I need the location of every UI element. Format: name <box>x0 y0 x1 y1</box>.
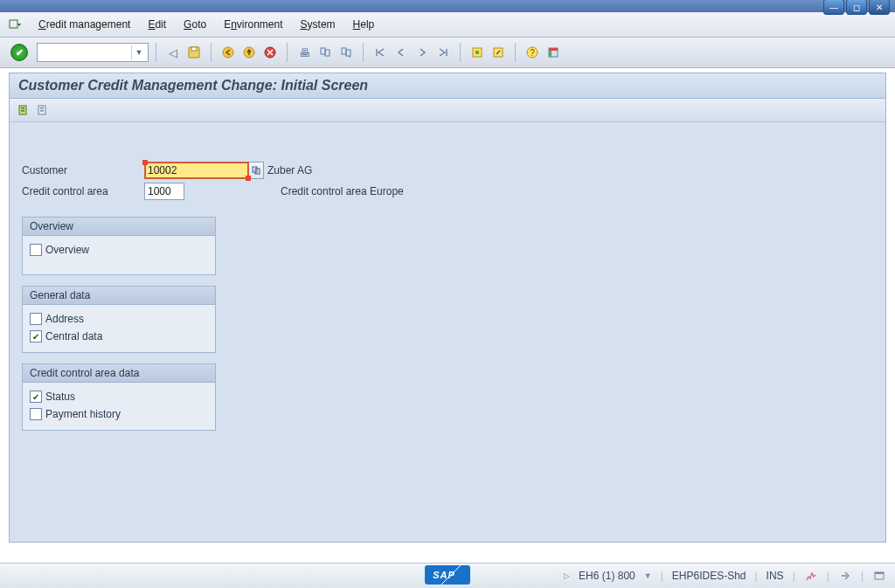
cancel-icon[interactable] <box>260 43 280 62</box>
customer-f4-button[interactable] <box>249 162 264 179</box>
status-server: EHP6IDES-Shd <box>672 570 746 582</box>
customer-input[interactable]: 10002 <box>144 162 249 179</box>
svg-rect-0 <box>10 20 17 28</box>
svg-rect-8 <box>342 48 346 54</box>
group-overview-title: Overview <box>23 218 215 236</box>
svg-rect-9 <box>346 50 350 56</box>
status-bar: SAP ▷ EH6 (1) 800 ▼ | EHP6IDES-Shd | INS… <box>0 563 895 588</box>
svg-rect-6 <box>321 48 325 54</box>
exit-nav-icon[interactable] <box>239 43 259 62</box>
svg-rect-19 <box>21 110 24 112</box>
status-system: EH6 (1) 800 <box>579 570 635 582</box>
maximize-button[interactable]: ◻ <box>846 0 867 15</box>
admin-data-icon[interactable] <box>17 103 31 117</box>
menu-label: vironment <box>237 18 283 31</box>
create-session-icon[interactable] <box>468 43 487 62</box>
checkbox-label: Overview <box>45 244 89 256</box>
checkbox-address[interactable] <box>30 313 42 325</box>
body-area: Customer 10002 Zuber AG Credit control a… <box>10 122 885 542</box>
svg-rect-26 <box>875 572 884 574</box>
svg-rect-18 <box>21 107 24 109</box>
separator: | <box>754 570 757 582</box>
standard-toolbar: ✔ ▼ ◁ 🖶 ? <box>0 38 895 68</box>
back-icon[interactable]: ◁ <box>163 43 183 62</box>
local-layout-icon[interactable] <box>872 569 886 583</box>
group-overview-body: Overview <box>23 236 215 274</box>
group-cca-title: Credit control area data <box>23 364 215 383</box>
separator: | <box>661 570 663 582</box>
transaction-frame: Customer Credit Management Change: Initi… <box>9 73 886 543</box>
menu-credit-management[interactable]: Credit management <box>30 15 139 34</box>
separator <box>287 43 288 62</box>
customer-description: Zuber AG <box>267 164 312 176</box>
menu-help[interactable]: Help <box>344 15 384 34</box>
checkbox-central-data[interactable]: ✔ <box>30 330 42 342</box>
find-icon[interactable] <box>316 43 335 62</box>
credit-control-area-row: Credit control area 1000 Credit control … <box>22 182 873 201</box>
svg-rect-21 <box>40 107 44 109</box>
checkbox-label: Status <box>45 391 75 403</box>
cca-input[interactable]: 1000 <box>144 183 184 200</box>
other-data-icon[interactable] <box>36 103 50 117</box>
group-cca-data: Credit control area data ✔ Status Paymen… <box>22 363 216 431</box>
find-next-icon[interactable] <box>336 43 356 62</box>
back-nav-icon[interactable] <box>219 43 238 62</box>
generate-shortcut-icon[interactable] <box>489 43 508 62</box>
svg-rect-7 <box>325 50 330 56</box>
menu-goto[interactable]: Goto <box>175 15 215 34</box>
help-icon[interactable]: ? <box>523 43 542 62</box>
separator <box>515 43 516 62</box>
svg-rect-16 <box>549 51 552 57</box>
status-right: ▷ EH6 (1) 800 ▼ | EHP6IDES-Shd | INS | |… <box>564 569 886 583</box>
interpret-icon[interactable] <box>838 569 852 583</box>
separator <box>156 43 156 62</box>
status-expand-icon[interactable]: ▷ <box>564 571 570 580</box>
menu-label: ystem <box>308 18 336 31</box>
command-menu-icon[interactable] <box>7 17 23 32</box>
menu-edit[interactable]: Edit <box>139 15 175 34</box>
separator: | <box>793 570 795 582</box>
command-field[interactable]: ▼ <box>37 43 149 62</box>
signal-icon[interactable] <box>804 569 818 583</box>
svg-point-3 <box>223 47 233 58</box>
group-general-data: General data Address ✔ Central data <box>22 286 216 353</box>
group-overview: Overview Overview <box>22 217 216 275</box>
checkbox-status[interactable]: ✔ <box>30 391 42 403</box>
checkbox-row-address: Address <box>30 310 208 328</box>
print-icon[interactable]: 🖶 <box>295 43 314 62</box>
group-general-body: Address ✔ Central data <box>23 305 215 352</box>
close-button[interactable]: ✕ <box>869 0 890 15</box>
menu-system[interactable]: System <box>292 15 344 34</box>
cca-description: Credit control area Europe <box>281 185 404 197</box>
customer-input-value: 10002 <box>148 164 177 176</box>
dropdown-icon[interactable]: ▼ <box>644 571 652 580</box>
menu-environment[interactable]: Environment <box>215 15 291 34</box>
checkbox-overview[interactable] <box>30 244 42 256</box>
svg-rect-15 <box>549 48 558 51</box>
prev-page-icon[interactable] <box>392 43 411 62</box>
menu-label: dit <box>155 18 166 31</box>
cca-input-value: 1000 <box>148 185 171 197</box>
separator: | <box>827 570 829 582</box>
application-toolbar <box>10 99 885 122</box>
checkbox-row-overview: Overview <box>30 241 208 259</box>
command-field-dropdown-icon[interactable]: ▼ <box>131 45 146 59</box>
checkbox-payment-history[interactable] <box>30 408 42 420</box>
separator <box>460 43 461 62</box>
separator <box>363 43 364 62</box>
layout-icon[interactable] <box>544 43 563 62</box>
minimize-button[interactable]: — <box>823 0 844 15</box>
checkbox-row-payment-history: Payment history <box>30 405 208 423</box>
save-icon[interactable] <box>184 43 204 62</box>
checkbox-label: Central data <box>45 330 102 342</box>
group-cca-body: ✔ Status Payment history <box>23 383 215 430</box>
checkbox-label: Payment history <box>45 408 121 420</box>
first-page-icon[interactable] <box>371 43 390 62</box>
next-page-icon[interactable] <box>413 43 432 62</box>
status-mode: INS <box>767 570 784 582</box>
cca-label: Credit control area <box>22 185 144 197</box>
enter-button[interactable]: ✔ <box>10 44 28 61</box>
last-page-icon[interactable] <box>434 43 453 62</box>
group-general-title: General data <box>23 287 215 305</box>
window-title-bar: — ◻ ✕ <box>0 0 895 12</box>
